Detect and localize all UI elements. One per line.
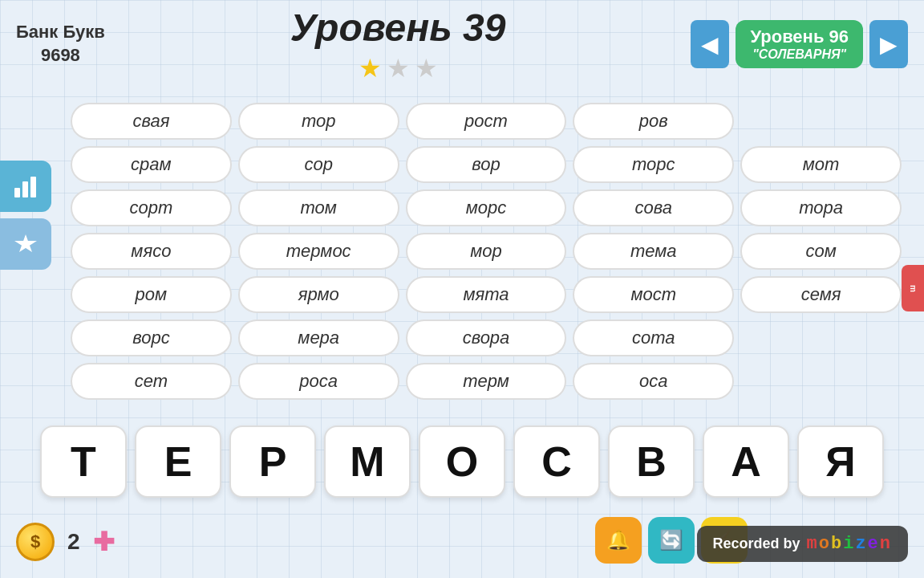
word-pill[interactable]: мор: [406, 233, 567, 270]
level-title: Уровень 39: [105, 6, 691, 50]
star-1: ★: [359, 53, 382, 83]
badge-title: Уровень 96: [750, 26, 849, 47]
word-pill: [740, 103, 902, 140]
letter-tile-м[interactable]: М: [324, 425, 411, 498]
word-pill[interactable]: оса: [573, 363, 734, 400]
action-button-2[interactable]: 🔄: [648, 517, 695, 564]
word-pill[interactable]: термос: [238, 233, 399, 270]
word-pill[interactable]: свора: [406, 320, 567, 356]
letter-tile-р[interactable]: Р: [229, 425, 316, 498]
chart-button[interactable]: [0, 161, 51, 212]
word-pill[interactable]: сом: [740, 233, 902, 270]
add-coins-button[interactable]: ✚: [93, 527, 115, 557]
stars-button[interactable]: [0, 218, 51, 270]
letter-tile-с[interactable]: С: [513, 425, 600, 498]
word-pill[interactable]: свая: [71, 103, 232, 140]
left-side-buttons: [0, 161, 51, 270]
word-pill[interactable]: сет: [71, 363, 232, 400]
word-pill[interactable]: срам: [71, 146, 232, 183]
coin-icon: $: [16, 523, 55, 561]
top-bar: Банк Букв 9698 Уровень 39 ★ ★ ★ ◀ Уровен…: [0, 0, 924, 88]
word-pill[interactable]: ров: [573, 103, 734, 140]
word-pill[interactable]: вор: [406, 146, 567, 183]
word-pill[interactable]: мера: [238, 320, 399, 356]
mobizen-logo: mobizen: [807, 534, 892, 554]
star-3: ★: [415, 53, 438, 83]
letter-tile-в[interactable]: В: [608, 425, 695, 498]
badge-subtitle: "СОЛЕВАРНЯ": [750, 47, 849, 62]
prev-level-button[interactable]: ◀: [691, 20, 729, 68]
word-pill[interactable]: ворс: [71, 320, 232, 356]
word-pill[interactable]: мята: [406, 276, 567, 313]
bank-bukv: Банк Букв 9698: [16, 21, 105, 67]
word-pill[interactable]: мост: [573, 276, 734, 313]
stars: ★ ★ ★: [105, 53, 691, 83]
word-pill[interactable]: сор: [238, 146, 399, 183]
word-pill[interactable]: ром: [71, 276, 232, 313]
coin-count: 2: [67, 529, 80, 555]
word-pill[interactable]: рост: [406, 103, 567, 140]
word-pill[interactable]: тема: [573, 233, 734, 270]
word-pill[interactable]: сорт: [71, 189, 232, 226]
svg-rect-0: [14, 188, 20, 197]
word-pill[interactable]: мясо: [71, 233, 232, 270]
letter-tile-т[interactable]: Т: [40, 425, 127, 498]
right-side-element[interactable]: m: [902, 265, 924, 311]
word-pill[interactable]: морс: [406, 189, 567, 226]
word-pill[interactable]: семя: [740, 276, 902, 313]
recorded-badge: Recorded by mobizen: [697, 526, 908, 562]
svg-rect-1: [22, 181, 28, 197]
next-level-button[interactable]: ▶: [869, 20, 908, 68]
word-pill[interactable]: тор: [238, 103, 399, 140]
level-badge: Уровень 96 "СОЛЕВАРНЯ": [736, 20, 863, 68]
word-pill[interactable]: сова: [573, 189, 734, 226]
word-pill[interactable]: роса: [238, 363, 399, 400]
word-grid: сваяторростровсрамсорворторсмотсорттоммо…: [64, 96, 908, 406]
svg-marker-3: [14, 234, 37, 252]
letter-row: ТЕРМОСВАЯ: [16, 425, 908, 498]
word-pill: [740, 363, 902, 400]
word-pill[interactable]: том: [238, 189, 399, 226]
letter-tile-о[interactable]: О: [419, 425, 505, 498]
word-pill: [740, 320, 902, 356]
word-pill[interactable]: терм: [406, 363, 567, 400]
letter-tile-а[interactable]: А: [703, 425, 789, 498]
star-2: ★: [387, 53, 410, 83]
word-pill[interactable]: ярмо: [238, 276, 399, 313]
svg-rect-2: [30, 177, 36, 197]
level-center: Уровень 39 ★ ★ ★: [105, 6, 691, 83]
word-pill[interactable]: сота: [573, 320, 734, 356]
word-pill[interactable]: мот: [740, 146, 902, 183]
recorded-text: Recorded by: [713, 535, 800, 552]
level-right: ◀ Уровень 96 "СОЛЕВАРНЯ" ▶: [691, 20, 908, 68]
letter-tile-я[interactable]: Я: [797, 425, 884, 498]
action-button-1[interactable]: 🔔: [595, 517, 642, 564]
word-pill[interactable]: тора: [740, 189, 902, 226]
letter-tile-е[interactable]: Е: [135, 425, 221, 498]
word-pill[interactable]: торс: [573, 146, 734, 183]
